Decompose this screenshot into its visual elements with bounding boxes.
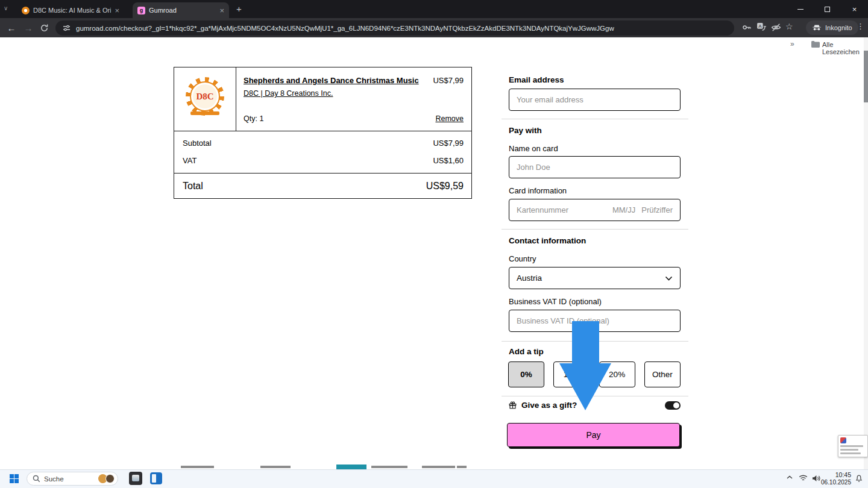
annotation-arrow-down	[555, 319, 615, 413]
tab-title: D8C Music: AI Music & Original...	[33, 7, 111, 14]
reload-icon[interactable]	[40, 23, 49, 33]
footer-link-highlighted	[336, 465, 366, 469]
bookmarks-folder-icon[interactable]	[811, 41, 820, 48]
wifi-icon[interactable]	[799, 475, 808, 481]
quantity-label: Qty: 1	[244, 114, 263, 123]
search-placeholder: Suche	[44, 475, 64, 483]
all-bookmarks-label[interactable]: Alle Lesezeichen	[822, 41, 868, 55]
translate-icon[interactable]: A	[756, 22, 767, 33]
gumroad-favicon-icon: g	[137, 7, 145, 14]
section-divider	[502, 119, 688, 119]
tip-0-button[interactable]: 0%	[508, 361, 544, 387]
footer-link-fragment	[260, 466, 291, 468]
incognito-badge[interactable]: Inkognito	[806, 20, 858, 35]
product-logo-cell: D8C	[174, 67, 236, 131]
toggle-knob	[673, 402, 679, 408]
popup-text-line	[840, 449, 858, 451]
total-value: US$9,59	[426, 181, 464, 192]
svg-text:A: A	[758, 23, 762, 29]
popup-text-line	[840, 452, 861, 454]
total-label: Total	[183, 181, 203, 192]
popup-text-line	[840, 445, 863, 447]
product-title-link[interactable]: Shepherds and Angels Dance Christmas Mus…	[244, 76, 419, 85]
new-tab-button[interactable]: +	[236, 4, 242, 14]
incognito-icon	[812, 25, 822, 31]
back-button[interactable]: ←	[5, 21, 18, 34]
card-number-input[interactable]: Kartennummer MM/JJ Prüfziffer	[509, 199, 681, 221]
email-input[interactable]	[509, 89, 681, 111]
country-label: Country	[509, 254, 536, 263]
tip-other-button[interactable]: Other	[644, 361, 681, 387]
logo-banner	[190, 111, 219, 115]
tray-chevron-up-icon[interactable]	[787, 475, 793, 479]
start-icon	[10, 479, 14, 483]
tab-close-icon[interactable]: ×	[219, 7, 224, 14]
url-text: gumroad.com/checkout?_gl=1*hkqc92*_ga*Mj…	[76, 25, 614, 32]
footer-link-fragment	[181, 466, 214, 468]
footer-link-fragment	[422, 466, 455, 468]
tab-close-icon[interactable]: ×	[115, 7, 119, 14]
notification-bell-icon[interactable]	[855, 474, 863, 482]
email-label: Email address	[509, 75, 564, 84]
feedback-popup-icon	[840, 437, 846, 443]
remove-item-link[interactable]: Remove	[435, 114, 464, 123]
logo-text: D8C	[196, 92, 213, 102]
screen: ∨ D8C Music: AI Music & Original... × g …	[0, 0, 868, 488]
site-settings-icon[interactable]	[63, 24, 71, 32]
taskbar-search[interactable]: Suche	[27, 472, 118, 486]
gift-icon	[509, 401, 517, 409]
windows-start-button[interactable]	[10, 474, 19, 483]
bookmarks-overflow-icon[interactable]: »	[790, 40, 794, 48]
country-value: Austria	[517, 274, 542, 283]
url-bar[interactable]: gumroad.com/checkout?_gl=1*hkqc92*_ga*Mj…	[55, 20, 734, 36]
search-icon	[33, 475, 40, 483]
tab-gumroad[interactable]: g Gumroad ×	[133, 2, 229, 18]
search-photo-icon[interactable]	[105, 474, 115, 483]
feedback-popup[interactable]	[838, 435, 868, 457]
scrollbar-thumb[interactable]	[864, 51, 868, 102]
add-a-tip-label: Add a tip	[509, 347, 544, 356]
business-vat-label: Business VAT ID (optional)	[509, 297, 602, 306]
bookmarks-bar	[0, 37, 868, 51]
start-icon	[10, 474, 14, 478]
subtotal-label: Subtotal	[183, 139, 212, 148]
total-row: Total US$9,59	[174, 173, 471, 198]
taskbar-clock[interactable]: 10:45 06.10.2025	[819, 471, 851, 486]
clock-time: 10:45	[819, 471, 851, 479]
d8c-favicon-icon	[22, 7, 30, 14]
close-icon: ×	[852, 5, 857, 14]
taskbar-app-blue-icon[interactable]	[150, 472, 162, 484]
app-glyph	[152, 474, 156, 483]
footer-link-fragment	[457, 466, 467, 468]
tab-d8c-music[interactable]: D8C Music: AI Music & Original... ×	[17, 2, 124, 18]
window-close-button[interactable]: ×	[841, 0, 868, 18]
cart-panel: D8C Shepherds and Angels Dance Christmas…	[174, 67, 472, 199]
window-maximize-button[interactable]	[814, 0, 841, 18]
section-divider	[502, 229, 688, 230]
forward-button[interactable]: →	[22, 21, 35, 34]
pay-button[interactable]: Pay	[507, 423, 680, 447]
name-on-card-input[interactable]	[509, 156, 681, 178]
browser-menu-icon[interactable]: ⋮	[857, 22, 864, 31]
window-controls: ×	[787, 0, 868, 18]
eye-off-icon[interactable]	[771, 22, 781, 33]
subtotal-value: US$7,99	[433, 139, 464, 148]
card-number-placeholder: Kartennummer	[517, 205, 612, 214]
window-minimize-button[interactable]	[787, 0, 814, 18]
password-key-icon[interactable]	[741, 22, 752, 33]
tab-strip: ∨ D8C Music: AI Music & Original... × g …	[0, 0, 868, 18]
card-expiry-placeholder[interactable]: MM/JJ	[612, 205, 635, 214]
gift-toggle[interactable]	[665, 401, 681, 410]
d8c-logo: D8C	[186, 77, 224, 116]
country-select[interactable]: Austria	[509, 267, 681, 289]
seller-link[interactable]: D8C | Day 8 Creations Inc.	[244, 89, 333, 98]
card-cvc-placeholder[interactable]: Prüfziffer	[641, 205, 673, 214]
taskbar-app-dark-icon[interactable]	[129, 472, 142, 485]
vat-label: VAT	[183, 156, 197, 165]
logo-core: D8C	[193, 84, 217, 108]
tab-search-caret-icon[interactable]: ∨	[4, 5, 8, 11]
contact-information-label: Contact information	[509, 236, 586, 245]
clock-date: 06.10.2025	[819, 479, 851, 486]
bookmark-star-icon[interactable]: ☆	[785, 22, 793, 31]
search-highlight-icons	[98, 474, 115, 483]
